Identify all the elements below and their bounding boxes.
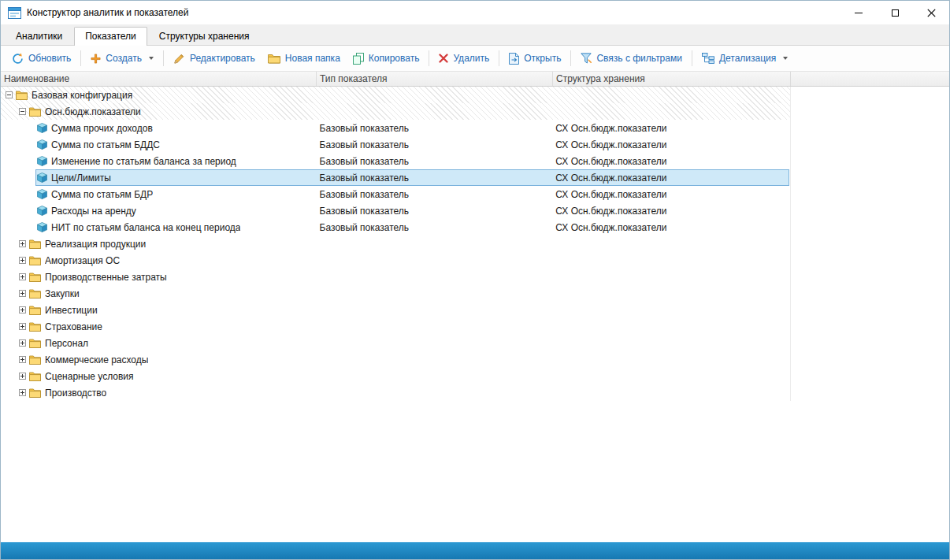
row-type-cell: Базовый показатель <box>317 189 553 200</box>
indicator-cube-icon <box>37 206 47 216</box>
folder-icon <box>29 355 41 365</box>
row-label: Закупки <box>45 288 80 299</box>
tab-indicators[interactable]: Показатели <box>74 27 147 46</box>
refresh-button[interactable]: Обновить <box>6 49 77 69</box>
row-label: Амортизация ОС <box>45 255 120 266</box>
row-label: НИТ по статьям баланса на конец периода <box>51 222 240 233</box>
folder-icon <box>29 306 41 315</box>
table-row[interactable]: Сумма по статьям БДДС Базовый показатель… <box>1 136 790 153</box>
tab-analytics[interactable]: Аналитики <box>5 27 73 45</box>
indicator-tree: Базовая конфигурация Осн.бюдж.показатели… <box>1 87 949 542</box>
row-label: Изменение по статьям баланса за период <box>51 156 236 167</box>
folder-icon <box>29 239 41 249</box>
row-type-cell: Базовый показатель <box>317 222 553 233</box>
expand-icon[interactable] <box>19 240 26 247</box>
folder-icon <box>29 388 41 398</box>
column-header-type[interactable]: Тип показателя <box>317 72 553 86</box>
column-header-storage[interactable]: Структура хранения <box>553 72 791 86</box>
row-label: Цели/Лимиты <box>51 172 111 184</box>
column-header-name[interactable]: Наименование <box>1 72 317 86</box>
indicator-cube-icon <box>37 156 47 166</box>
row-type-cell: Базовый показатель <box>317 156 553 167</box>
expand-icon[interactable] <box>19 290 26 297</box>
open-icon <box>509 53 519 65</box>
table-row[interactable]: Сумма по статьям БДР Базовый показатель … <box>1 186 790 202</box>
row-type-cell: Базовый показатель <box>317 172 553 184</box>
expand-icon[interactable] <box>19 323 26 330</box>
toolbar-separator <box>499 50 499 66</box>
table-row[interactable]: Базовая конфигурация <box>1 87 790 103</box>
status-bar <box>1 542 949 559</box>
copy-icon <box>353 53 364 65</box>
expand-icon[interactable] <box>19 339 26 347</box>
title-bar: Конструктор аналитик и показателей <box>1 1 949 24</box>
table-row[interactable]: Персонал <box>1 335 790 351</box>
table-row[interactable]: Изменение по статьям баланса за период Б… <box>1 153 790 169</box>
row-storage-cell: СХ Осн.бюдж.показатели <box>552 206 790 217</box>
window-title: Конструктор аналитик и показателей <box>27 7 188 18</box>
tab-storage-structures[interactable]: Структуры хранения <box>148 27 261 45</box>
folder-icon <box>29 107 41 117</box>
expand-icon[interactable] <box>19 356 26 363</box>
create-button[interactable]: Создать <box>84 49 160 68</box>
table-row[interactable]: Закупки <box>1 285 790 302</box>
open-button[interactable]: Открыть <box>503 49 567 69</box>
toolbar-separator <box>692 50 692 66</box>
collapse-icon[interactable] <box>6 91 13 98</box>
table-row[interactable]: Расходы на аренду Базовый показатель СХ … <box>1 202 790 219</box>
minimize-button[interactable] <box>841 1 877 24</box>
collapse-icon[interactable] <box>19 108 26 115</box>
refresh-icon <box>12 53 24 65</box>
detail-hierarchy-icon <box>702 53 714 64</box>
table-row[interactable]: НИТ по статьям баланса на конец периода … <box>1 219 790 235</box>
table-row[interactable]: Коммерческие расходы <box>1 351 790 368</box>
grid-header: Наименование Тип показателя Структура хр… <box>1 72 949 87</box>
delete-button[interactable]: Удалить <box>432 49 495 68</box>
new-folder-button[interactable]: Новая папка <box>262 49 347 68</box>
row-label: Реализация продукции <box>45 239 146 250</box>
table-row[interactable]: Производственные затраты <box>1 269 790 285</box>
row-storage-cell: СХ Осн.бюдж.показатели <box>552 172 790 184</box>
toolbar-separator <box>80 50 81 66</box>
table-row[interactable]: Амортизация ОС <box>1 252 790 269</box>
table-row-selected[interactable]: Цели/Лимиты Базовый показатель СХ Осн.бю… <box>1 169 790 186</box>
maximize-button[interactable] <box>877 1 913 24</box>
row-label: Сумма по статьям БДДС <box>51 139 160 150</box>
create-icon <box>91 54 101 64</box>
expand-icon[interactable] <box>19 273 26 280</box>
close-button[interactable] <box>913 1 949 24</box>
expand-icon[interactable] <box>19 389 26 396</box>
row-label: Базовая конфигурация <box>32 90 132 101</box>
row-label: Расходы на аренду <box>51 206 136 217</box>
table-row[interactable]: Реализация продукции <box>1 235 790 252</box>
copy-button[interactable]: Копировать <box>347 49 426 69</box>
indicator-cube-icon <box>37 222 47 232</box>
maximize-icon <box>892 9 899 17</box>
folder-icon <box>29 273 41 282</box>
table-row[interactable]: Сценарные условия <box>1 368 790 384</box>
detail-button[interactable]: Детализация <box>696 49 794 68</box>
edit-button[interactable]: Редактировать <box>167 49 262 69</box>
tree-rows: Базовая конфигурация Осн.бюдж.показатели… <box>1 87 791 401</box>
folder-icon <box>29 289 41 299</box>
delete-icon <box>439 54 448 63</box>
filter-link-icon <box>581 53 592 64</box>
folder-icon <box>29 322 41 332</box>
filter-link-button[interactable]: Связь с фильтрами <box>574 49 688 68</box>
table-row[interactable]: Инвестиции <box>1 302 790 318</box>
indicator-cube-icon <box>37 123 47 133</box>
create-dropdown-icon[interactable] <box>149 57 154 60</box>
new-folder-icon <box>268 54 280 64</box>
row-storage-cell: СХ Осн.бюдж.показатели <box>552 123 790 134</box>
expand-icon[interactable] <box>19 306 26 313</box>
detail-dropdown-icon[interactable] <box>783 57 788 60</box>
folder-icon <box>29 372 41 381</box>
table-row[interactable]: Страхование <box>1 318 790 335</box>
row-type-cell: Базовый показатель <box>317 139 553 150</box>
table-row[interactable]: Осн.бюдж.показатели <box>1 103 790 120</box>
expand-icon[interactable] <box>19 373 26 380</box>
tab-bar: Аналитики Показатели Структуры хранения <box>1 24 949 46</box>
table-row[interactable]: Производство <box>1 384 790 401</box>
table-row[interactable]: Сумма прочих доходов Базовый показатель … <box>1 120 790 136</box>
expand-icon[interactable] <box>19 257 26 264</box>
